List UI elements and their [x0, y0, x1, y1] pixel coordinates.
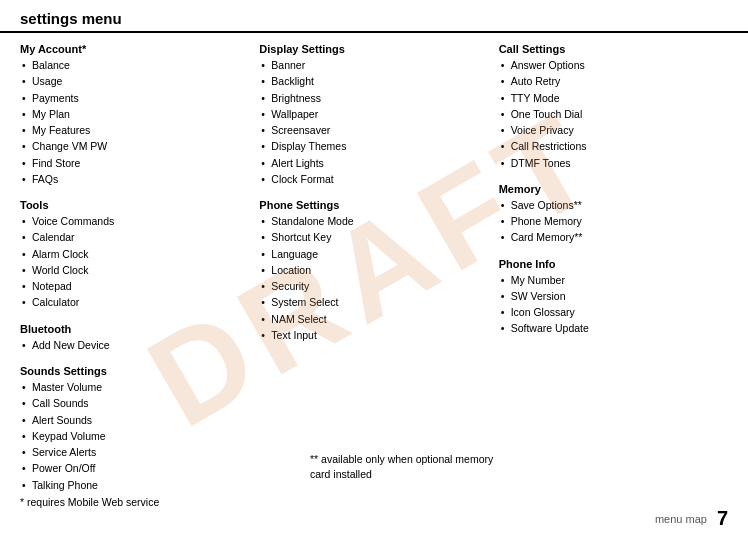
list-item: Balance — [32, 57, 249, 73]
list-item: Alert Sounds — [32, 412, 249, 428]
list-item: Location — [271, 262, 488, 278]
footer-label: menu map — [655, 513, 707, 525]
section-title-my-account: My Account* — [20, 43, 249, 55]
column-3: Call Settings Answer Options Auto Retry … — [499, 43, 728, 493]
page-number: 7 — [717, 507, 728, 530]
list-item: Call Restrictions — [511, 138, 728, 154]
section-list-memory: Save Options** Phone Memory Card Memory*… — [499, 197, 728, 246]
content-area: My Account* Balance Usage Payments My Pl… — [0, 33, 748, 503]
list-item: Answer Options — [511, 57, 728, 73]
list-item: System Select — [271, 294, 488, 310]
list-item: Shortcut Key — [271, 229, 488, 245]
list-item: Auto Retry — [511, 73, 728, 89]
list-item: Find Store — [32, 155, 249, 171]
list-item: Alarm Clock — [32, 246, 249, 262]
section-title-memory: Memory — [499, 183, 728, 195]
list-item: Notepad — [32, 278, 249, 294]
list-item: Clock Format — [271, 171, 488, 187]
list-item: Calculator — [32, 294, 249, 310]
section-phone-settings: Phone Settings Standalone Mode Shortcut … — [259, 199, 488, 343]
list-item: Service Alerts — [32, 444, 249, 460]
list-item: Icon Glossary — [511, 304, 728, 320]
list-item: Talking Phone — [32, 477, 249, 493]
list-item: Voice Commands — [32, 213, 249, 229]
list-item: DTMF Tones — [511, 155, 728, 171]
list-item: Call Sounds — [32, 395, 249, 411]
section-tools: Tools Voice Commands Calendar Alarm Cloc… — [20, 199, 249, 311]
section-memory: Memory Save Options** Phone Memory Card … — [499, 183, 728, 246]
section-title-bluetooth: Bluetooth — [20, 323, 249, 335]
section-list-phone-settings: Standalone Mode Shortcut Key Language Lo… — [259, 213, 488, 343]
list-item: Security — [271, 278, 488, 294]
list-item: Text Input — [271, 327, 488, 343]
list-item: Language — [271, 246, 488, 262]
list-item: Phone Memory — [511, 213, 728, 229]
list-item: FAQs — [32, 171, 249, 187]
list-item: Calendar — [32, 229, 249, 245]
list-item: SW Version — [511, 288, 728, 304]
list-item: Payments — [32, 90, 249, 106]
list-item: Software Update — [511, 320, 728, 336]
list-item: Add New Device — [32, 337, 249, 353]
list-item: TTY Mode — [511, 90, 728, 106]
section-list-tools: Voice Commands Calendar Alarm Clock Worl… — [20, 213, 249, 311]
list-item: NAM Select — [271, 311, 488, 327]
page-header: settings menu — [0, 0, 748, 33]
section-title-phone-info: Phone Info — [499, 258, 728, 270]
section-call-settings: Call Settings Answer Options Auto Retry … — [499, 43, 728, 171]
section-sounds-settings: Sounds Settings Master Volume Call Sound… — [20, 365, 249, 493]
list-item: Backlight — [271, 73, 488, 89]
section-display-settings: Display Settings Banner Backlight Bright… — [259, 43, 488, 187]
section-title-call-settings: Call Settings — [499, 43, 728, 55]
list-item: Wallpaper — [271, 106, 488, 122]
list-item: My Plan — [32, 106, 249, 122]
list-item: Display Themes — [271, 138, 488, 154]
section-list-phone-info: My Number SW Version Icon Glossary Softw… — [499, 272, 728, 337]
section-bluetooth: Bluetooth Add New Device — [20, 323, 249, 353]
list-item: Power On/Off — [32, 460, 249, 476]
section-title-phone-settings: Phone Settings — [259, 199, 488, 211]
list-item: Usage — [32, 73, 249, 89]
page-title: settings menu — [20, 10, 122, 27]
list-item: Voice Privacy — [511, 122, 728, 138]
list-item: One Touch Dial — [511, 106, 728, 122]
list-item: Banner — [271, 57, 488, 73]
list-item: Brightness — [271, 90, 488, 106]
section-my-account: My Account* Balance Usage Payments My Pl… — [20, 43, 249, 187]
section-phone-info: Phone Info My Number SW Version Icon Glo… — [499, 258, 728, 337]
section-title-tools: Tools — [20, 199, 249, 211]
page-footer: menu map 7 — [655, 507, 728, 530]
list-item: My Features — [32, 122, 249, 138]
section-title-display-settings: Display Settings — [259, 43, 488, 55]
list-item: Master Volume — [32, 379, 249, 395]
list-item: World Clock — [32, 262, 249, 278]
list-item: Save Options** — [511, 197, 728, 213]
double-star-note: ** available only when optional memory c… — [310, 452, 510, 484]
list-item: Keypad Volume — [32, 428, 249, 444]
footnote: * requires Mobile Web service — [20, 496, 159, 508]
section-list-sounds-settings: Master Volume Call Sounds Alert Sounds K… — [20, 379, 249, 493]
list-item: My Number — [511, 272, 728, 288]
section-list-call-settings: Answer Options Auto Retry TTY Mode One T… — [499, 57, 728, 171]
list-item: Alert Lights — [271, 155, 488, 171]
section-list-display-settings: Banner Backlight Brightness Wallpaper Sc… — [259, 57, 488, 187]
list-item: Card Memory** — [511, 229, 728, 245]
section-list-bluetooth: Add New Device — [20, 337, 249, 353]
list-item: Standalone Mode — [271, 213, 488, 229]
column-1: My Account* Balance Usage Payments My Pl… — [20, 43, 249, 493]
list-item: Screensaver — [271, 122, 488, 138]
column-2: Display Settings Banner Backlight Bright… — [259, 43, 488, 493]
section-list-my-account: Balance Usage Payments My Plan My Featur… — [20, 57, 249, 187]
section-title-sounds-settings: Sounds Settings — [20, 365, 249, 377]
list-item: Change VM PW — [32, 138, 249, 154]
